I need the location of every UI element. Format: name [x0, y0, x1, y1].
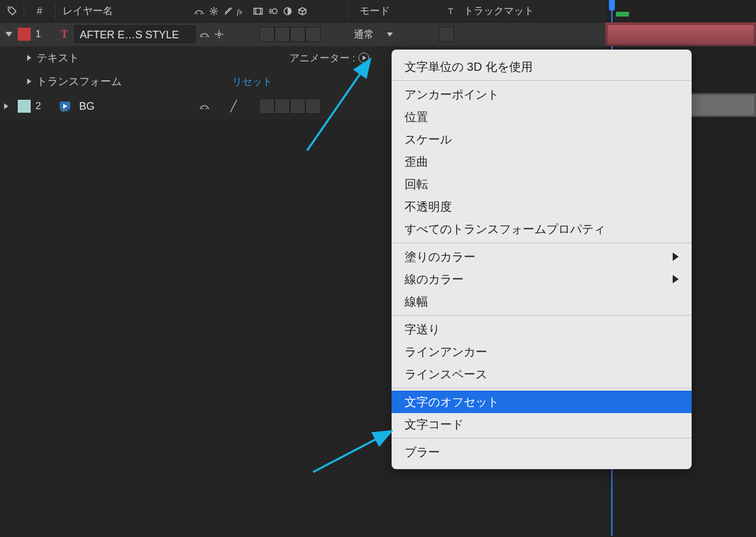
layer-index-1: 1 — [35, 28, 56, 40]
video-layer-icon: MP4 — [56, 100, 74, 113]
switch-cells-1[interactable] — [259, 27, 321, 42]
collapse-icon — [206, 4, 221, 18]
motion-blur-icon — [265, 4, 280, 18]
reset-link[interactable]: リセット — [232, 75, 272, 89]
menu-item-tracking[interactable]: 字送り — [392, 318, 692, 340]
column-mode[interactable]: モード — [353, 4, 438, 18]
svg-point-1 — [197, 13, 198, 14]
layer-name-1[interactable]: AFTER E…S STYLE — [74, 25, 195, 43]
column-track-matte[interactable]: トラックマット — [464, 4, 564, 18]
svg-point-13 — [217, 33, 220, 35]
menu-item-fill-color[interactable]: 塗りのカラー — [392, 245, 692, 268]
menu-item-blur[interactable]: ブラー — [392, 441, 692, 463]
twisty-text[interactable] — [21, 55, 37, 61]
svg-point-19 — [206, 108, 207, 109]
switches-header: fx — [190, 4, 343, 18]
label-color-2[interactable] — [18, 100, 31, 113]
svg-point-12 — [206, 36, 207, 37]
property-text-label: テキスト — [37, 51, 79, 65]
menu-item-line-space[interactable]: ラインスペース — [392, 363, 692, 385]
current-time-indicator[interactable] — [609, 0, 615, 20]
menu-item-char-offset[interactable]: 文字のオフセット — [392, 391, 692, 413]
quality-switch-2[interactable]: ╱ — [226, 100, 241, 113]
layer-bar-1[interactable] — [605, 22, 756, 46]
menu-item-opacity[interactable]: 不透明度 — [392, 195, 692, 218]
quality-icon — [221, 4, 236, 18]
layer-index-2: 2 — [35, 100, 56, 112]
svg-point-0 — [9, 8, 11, 9]
menu-item-char-code[interactable]: 文字コード — [392, 413, 692, 436]
svg-point-8 — [272, 9, 277, 14]
adjustment-icon — [280, 4, 295, 18]
layer-name-2[interactable]: BG — [74, 97, 195, 115]
property-transform-label: トランスフォーム — [37, 74, 122, 89]
shy-icon — [191, 4, 206, 18]
work-area-start[interactable] — [616, 12, 629, 17]
blend-mode-value-1: 通常 — [354, 28, 374, 41]
svg-point-3 — [212, 9, 214, 12]
twisty-layer-1[interactable] — [0, 32, 18, 37]
chevron-down-icon — [387, 32, 393, 37]
frame-blend-icon — [250, 4, 265, 18]
blend-mode-dropdown-1[interactable]: 通常 — [349, 26, 397, 42]
twisty-layer-2[interactable] — [0, 103, 12, 109]
menu-item-position[interactable]: 位置 — [392, 106, 692, 128]
track-matte-cell-1[interactable] — [439, 27, 454, 42]
shy-switch-1[interactable] — [197, 27, 211, 41]
submenu-arrow-icon — [673, 253, 679, 261]
svg-point-11 — [202, 36, 203, 37]
submenu-arrow-icon — [673, 275, 679, 283]
column-layer-name[interactable]: レイヤー名 — [60, 4, 190, 18]
switch-cells-2[interactable] — [259, 99, 321, 114]
collapse-switch-1[interactable] — [211, 27, 226, 41]
menu-item-per-char-3d[interactable]: 文字単位の 3D 化を使用 — [392, 55, 692, 78]
fx-icon: fx — [236, 4, 250, 18]
twisty-transform[interactable] — [21, 78, 37, 84]
svg-point-2 — [200, 13, 201, 14]
svg-text:T: T — [61, 28, 68, 40]
animator-button[interactable]: アニメーター : — [289, 51, 369, 65]
label-color-1[interactable] — [18, 28, 31, 41]
animator-context-menu: 文字単位の 3D 化を使用 アンカーポイント 位置 スケール 歪曲 回転 不透明… — [392, 50, 692, 469]
svg-text:fx: fx — [237, 7, 243, 16]
menu-item-line-anchor[interactable]: ラインアンカー — [392, 340, 692, 363]
label-icon — [6, 5, 19, 17]
svg-point-18 — [202, 108, 203, 109]
3d-icon — [295, 4, 309, 18]
menu-item-scale[interactable]: スケール — [392, 128, 692, 150]
text-layer-icon: T — [56, 28, 74, 40]
menu-item-stroke-width[interactable]: 線幅 — [392, 290, 692, 313]
menu-item-skew[interactable]: 歪曲 — [392, 150, 692, 173]
animator-add-icon — [359, 53, 369, 63]
menu-item-all-transform[interactable]: すべてのトランスフォームプロパティ — [392, 218, 692, 240]
menu-item-rotation[interactable]: 回転 — [392, 173, 692, 195]
svg-rect-5 — [254, 8, 262, 14]
menu-item-anchor[interactable]: アンカーポイント — [392, 83, 692, 106]
svg-text:MP4: MP4 — [61, 109, 68, 112]
menu-item-stroke-color[interactable]: 線のカラー — [392, 268, 692, 290]
column-t[interactable]: T — [438, 6, 464, 16]
time-ruler[interactable] — [605, 0, 756, 22]
shy-switch-2[interactable] — [197, 99, 211, 113]
column-index[interactable]: # — [29, 5, 50, 17]
